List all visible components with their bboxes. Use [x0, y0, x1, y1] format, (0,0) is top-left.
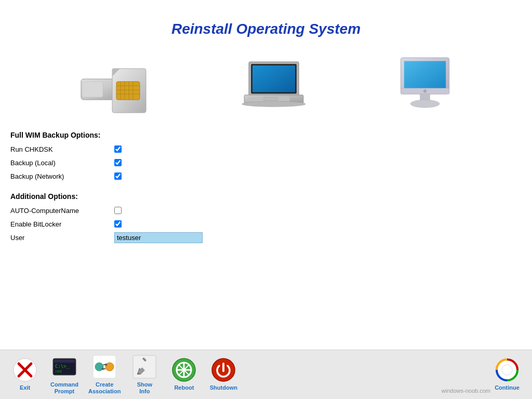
- option-label-backup-local: Backup (Local): [10, 159, 114, 167]
- continue-button[interactable]: Continue: [491, 357, 523, 391]
- usb-drive-icon: [71, 53, 159, 121]
- create-association-label: CreateAssociation: [88, 381, 121, 395]
- command-prompt-label: CommandPrompt: [50, 381, 78, 395]
- checkbox-run-chkdsk[interactable]: [114, 145, 122, 153]
- option-run-chkdsk: Run CHKDSK: [10, 143, 522, 155]
- additional-options-section: Additional Options: AUTO-ComputerName En…: [10, 192, 522, 243]
- show-info-icon: [132, 354, 157, 379]
- svg-point-55: [502, 365, 512, 375]
- checkbox-backup-network[interactable]: [114, 172, 122, 180]
- reboot-button[interactable]: Reboot: [168, 357, 200, 391]
- additional-options-label: Additional Options:: [10, 192, 522, 201]
- command-prompt-icon: C:\>_ cmd: [52, 354, 77, 379]
- option-label-auto-computername: AUTO-ComputerName: [10, 207, 114, 215]
- desktop-icon: [389, 53, 461, 121]
- svg-rect-32: [54, 360, 75, 363]
- option-backup-network: Backup (Network): [10, 170, 522, 182]
- svg-rect-23: [404, 61, 446, 89]
- checkbox-backup-local[interactable]: [114, 159, 122, 166]
- create-association-icon: [92, 354, 117, 379]
- exit-button[interactable]: Exit: [9, 357, 41, 391]
- option-label-chkdsk: Run CHKDSK: [10, 145, 114, 153]
- user-input[interactable]: [114, 232, 203, 243]
- option-enable-bitlocker: Enable BitLocker: [10, 218, 522, 230]
- exit-label: Exit: [20, 384, 30, 391]
- svg-rect-20: [264, 97, 277, 100]
- option-user: User: [10, 232, 522, 243]
- shutdown-label: Shutdown: [210, 384, 237, 391]
- reboot-icon: [171, 357, 196, 382]
- svg-rect-4: [82, 82, 103, 97]
- reboot-label: Reboot: [174, 384, 194, 391]
- wim-options-label: Full WIM Backup Options:: [10, 131, 522, 139]
- checkbox-bitlocker[interactable]: [114, 220, 122, 228]
- show-info-button[interactable]: ShowInfo: [129, 354, 160, 395]
- watermark: windows-noob.com: [442, 388, 490, 394]
- continue-icon: [495, 357, 520, 382]
- svg-point-37: [105, 363, 114, 371]
- command-prompt-button[interactable]: C:\>_ cmd CommandPrompt: [49, 354, 80, 395]
- icons-row: [0, 43, 532, 126]
- show-info-label: ShowInfo: [137, 381, 152, 395]
- svg-point-27: [424, 90, 427, 93]
- options-section: Full WIM Backup Options: Run CHKDSK Back…: [0, 126, 532, 243]
- shutdown-button[interactable]: Shutdown: [208, 357, 239, 391]
- option-label-user: User: [10, 234, 114, 242]
- laptop-icon: [237, 53, 310, 121]
- svg-rect-17: [252, 65, 295, 92]
- svg-text:cmd: cmd: [55, 369, 62, 374]
- checkbox-auto-computername[interactable]: [114, 207, 122, 214]
- create-association-button[interactable]: CreateAssociation: [88, 354, 121, 395]
- svg-point-21: [242, 101, 306, 107]
- option-label-backup-network: Backup (Network): [10, 172, 114, 180]
- option-label-bitlocker: Enable BitLocker: [10, 220, 114, 228]
- continue-label: Continue: [495, 384, 520, 391]
- exit-icon: [12, 357, 37, 382]
- shutdown-icon: [211, 357, 236, 382]
- svg-point-25: [410, 100, 440, 108]
- svg-text:C:\>_: C:\>_: [55, 364, 70, 369]
- svg-point-36: [95, 363, 103, 371]
- page-title: Reinstall Operating System: [0, 0, 532, 37]
- option-backup-local: Backup (Local): [10, 157, 522, 168]
- option-auto-computername: AUTO-ComputerName: [10, 205, 522, 216]
- svg-rect-7: [116, 82, 140, 100]
